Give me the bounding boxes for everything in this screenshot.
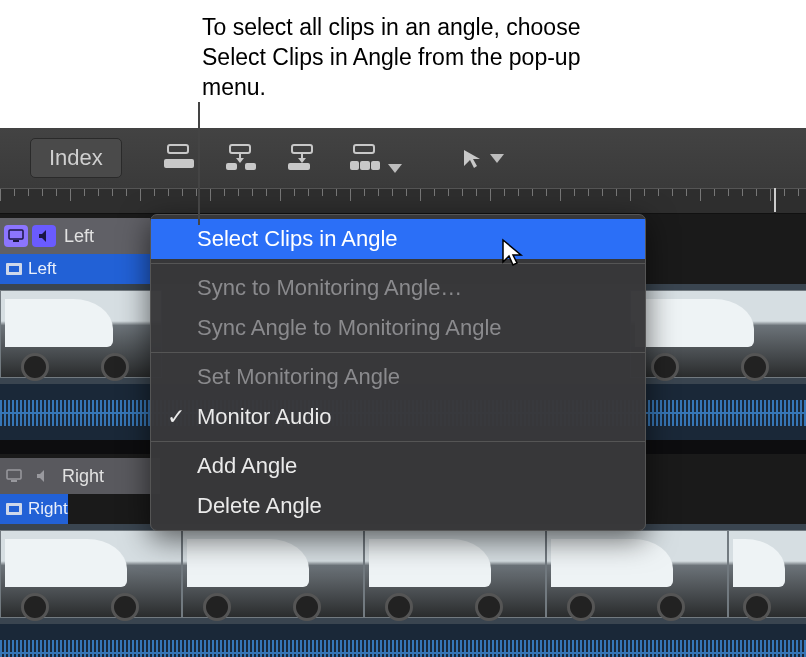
svg-rect-18 (9, 506, 19, 512)
trim-tool-icon[interactable] (460, 146, 504, 170)
menu-sync-to-monitoring: Sync to Monitoring Angle… (151, 268, 645, 308)
angle1-label: Left (64, 226, 94, 247)
svg-rect-9 (360, 161, 370, 170)
menu-monitor-audio[interactable]: ✓Monitor Audio (151, 397, 645, 437)
angle2-waveform[interactable] (0, 624, 806, 657)
clip-flag-icon (6, 503, 22, 515)
angle2-label: Right (62, 466, 104, 487)
menu-separator (151, 441, 645, 442)
connect-clip-icon[interactable] (162, 141, 196, 175)
overwrite-clip-icon[interactable] (348, 141, 402, 175)
svg-rect-8 (350, 161, 359, 170)
menu-delete-angle[interactable]: Delete Angle (151, 486, 645, 526)
index-button[interactable]: Index (30, 138, 122, 178)
svg-rect-12 (13, 240, 19, 242)
timeline-ruler[interactable] (0, 188, 806, 214)
svg-rect-2 (230, 145, 250, 153)
svg-rect-5 (292, 145, 312, 153)
monitor-video-off-icon[interactable] (3, 465, 25, 487)
angle2-clip-label: Right (28, 499, 68, 519)
angle1-clip-tag[interactable]: Left (0, 254, 150, 284)
clip-flag-icon (6, 263, 22, 275)
checkmark-icon: ✓ (167, 404, 185, 430)
svg-rect-1 (164, 159, 194, 168)
angle-editor-figure: Index Left Left Right Right (0, 128, 806, 648)
svg-rect-10 (371, 161, 380, 170)
menu-add-angle[interactable]: Add Angle (151, 446, 645, 486)
angle1-header: Left Left (0, 218, 150, 284)
callout-leader-line (198, 102, 200, 225)
menu-separator (151, 263, 645, 264)
playhead[interactable] (774, 188, 776, 212)
mouse-cursor-icon (500, 238, 524, 268)
svg-rect-4 (245, 163, 256, 170)
monitor-video-icon[interactable] (4, 225, 28, 247)
svg-rect-14 (9, 266, 19, 272)
svg-rect-7 (354, 145, 374, 153)
svg-rect-3 (226, 163, 237, 170)
chevron-down-icon (388, 164, 402, 173)
chevron-down-icon (490, 154, 504, 163)
angle2-filmstrip[interactable] (0, 524, 806, 624)
angle2-header: Right (0, 458, 160, 494)
monitor-audio-icon[interactable] (32, 225, 56, 247)
svg-rect-11 (9, 230, 23, 239)
monitor-audio-off-icon[interactable] (31, 465, 53, 487)
menu-sync-angle-to-monitoring: Sync Angle to Monitoring Angle (151, 308, 645, 348)
angle1-clip-label: Left (28, 259, 56, 279)
menu-select-clips-in-angle[interactable]: Select Clips in Angle (151, 219, 645, 259)
toolbar-tools (162, 141, 504, 175)
menu-monitor-audio-label: Monitor Audio (197, 404, 332, 429)
menu-separator (151, 352, 645, 353)
angle2-clip-tag[interactable]: Right (0, 494, 68, 524)
callout-text: To select all clips in an angle, choose … (202, 12, 602, 102)
toolbar: Index (0, 128, 806, 188)
angle-context-menu: Select Clips in Angle Sync to Monitoring… (150, 214, 646, 531)
svg-rect-0 (168, 145, 188, 153)
svg-rect-16 (11, 480, 17, 482)
svg-rect-6 (288, 163, 310, 170)
append-clip-icon[interactable] (286, 141, 320, 175)
insert-clip-icon[interactable] (224, 141, 258, 175)
menu-set-monitoring-angle: Set Monitoring Angle (151, 357, 645, 397)
svg-rect-15 (7, 470, 21, 479)
